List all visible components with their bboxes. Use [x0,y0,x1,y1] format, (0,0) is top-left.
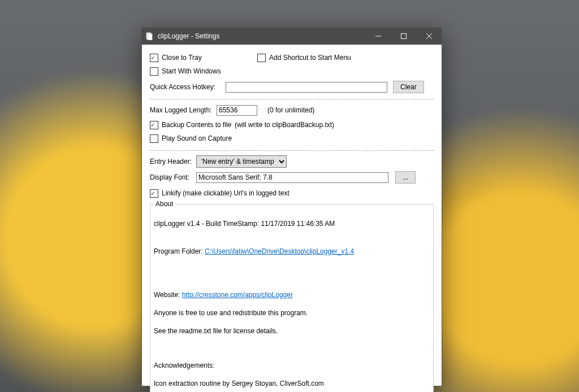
checkbox-icon [150,134,158,143]
max-logged-input[interactable] [217,105,257,116]
checkbox-icon [150,54,158,62]
titlebar: clipLogger - Settings [142,28,442,45]
close-to-tray-checkbox[interactable]: Close to Tray [150,54,257,62]
play-sound-label: Play Sound on Capture [162,134,232,142]
checkbox-icon [150,189,158,198]
linkify-label: Linkify (make clickable) Url's in logged… [162,189,290,197]
display-font-input[interactable] [196,172,388,183]
quick-hotkey-input[interactable] [226,82,387,93]
separator [150,150,434,151]
linkify-checkbox[interactable]: Linkify (make clickable) Url's in logged… [150,189,290,198]
entry-header-label: Entry Header: [150,158,196,165]
add-shortcut-checkbox[interactable]: Add Shortcut to Start Menu [257,54,351,62]
window-title: clipLogger - Settings [157,32,365,40]
backup-note: (will write to clipBoardBackup.txt) [235,121,334,129]
svg-rect-1 [148,34,152,40]
backup-checkbox[interactable]: Backup Contents to file [150,121,235,129]
close-to-tray-label: Close to Tray [162,54,202,62]
maximize-button[interactable] [391,28,416,45]
minimize-button[interactable] [365,28,391,45]
about-group: About clipLogger v1.4 - Build TimeStamp:… [150,204,434,392]
redistribute-text: Anyone is free to use and redistribute t… [154,308,430,317]
settings-window: clipLogger - Settings Close to Tray Add … [141,27,442,386]
checkbox-icon [150,121,158,129]
program-folder-link[interactable]: C:\Users\fatiw\OneDrive\Desktop\clipLogg… [205,247,354,255]
about-legend: About [154,199,175,208]
quick-hotkey-label: Quick Access Hotkey: [150,83,226,91]
close-button[interactable] [416,28,442,45]
entry-header-select[interactable]: 'New entry' & timestamp [196,155,287,168]
settings-body: Close to Tray Add Shortcut to Start Menu… [142,45,442,392]
display-font-label: Display Font: [150,173,196,181]
app-icon [142,32,157,40]
separator [150,99,434,99]
checkbox-icon [257,54,266,62]
max-logged-label: Max Logged Length: [150,106,217,114]
start-with-windows-checkbox[interactable]: Start With Windows [150,67,221,76]
add-shortcut-label: Add Shortcut to Start Menu [269,54,351,62]
ack-header: Acknowledgements: [154,361,430,370]
readme-text: See the readme.txt file for license deta… [154,326,430,336]
font-browse-button[interactable]: ... [395,171,416,184]
about-version-line: clipLogger v1.4 - Build TimeStamp: 11/17… [154,219,430,228]
svg-rect-3 [401,34,406,39]
website-label: Website: [154,291,182,299]
program-folder-label: Program Folder: [154,247,205,255]
about-text: clipLogger v1.4 - Build TimeStamp: 11/17… [154,207,430,392]
checkbox-icon [150,67,158,76]
max-logged-note: (0 for unlimited) [267,106,314,114]
start-with-windows-label: Start With Windows [162,67,221,75]
play-sound-checkbox[interactable]: Play Sound on Capture [150,134,232,143]
clear-button[interactable]: Clear [393,81,424,93]
website-link[interactable]: http://cresstone.com/apps/clipLogger [182,291,293,299]
ack-line-1: Icon extraction routine by Sergey Stoyan… [154,379,430,388]
backup-label: Backup Contents to file [162,121,231,129]
